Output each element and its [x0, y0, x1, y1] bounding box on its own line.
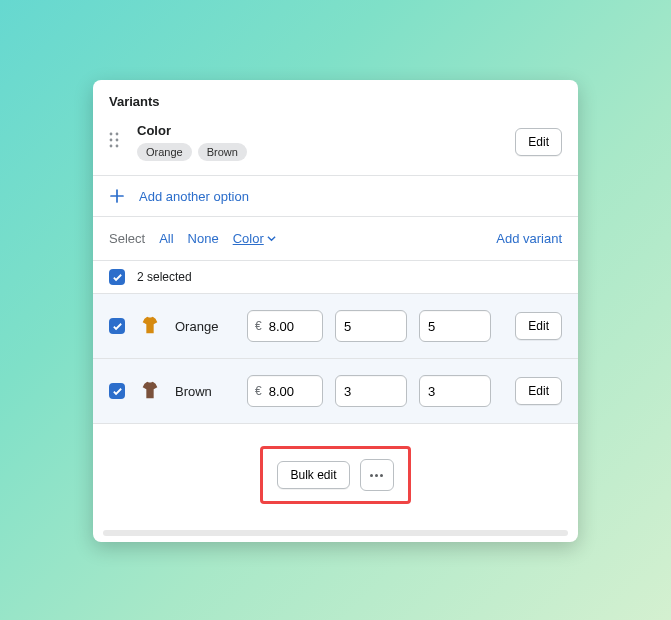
chevron-down-icon: [267, 234, 276, 243]
variant-row: Brown € Edit: [93, 358, 578, 423]
option-body: Color Orange Brown: [137, 123, 515, 161]
bulk-action-area: Bulk edit: [93, 423, 578, 528]
price-input-group: €: [247, 310, 323, 342]
horizontal-scrollbar[interactable]: [103, 530, 568, 536]
svg-point-2: [110, 139, 113, 142]
filter-none[interactable]: None: [188, 231, 219, 246]
variant-name: Orange: [175, 319, 235, 334]
filter-select-label: Select: [109, 231, 145, 246]
chip: Orange: [137, 143, 192, 161]
drag-handle-icon[interactable]: [109, 132, 127, 152]
filter-group-dropdown[interactable]: Color: [233, 231, 276, 246]
variant-row: Orange € Edit: [93, 293, 578, 358]
variant-swatch: [137, 313, 163, 339]
quantity-input-2[interactable]: [419, 375, 491, 407]
plus-icon: [109, 188, 125, 204]
variant-name: Brown: [175, 384, 235, 399]
tshirt-icon: [139, 380, 161, 402]
edit-option-button[interactable]: Edit: [515, 128, 562, 156]
callout-highlight: Bulk edit: [260, 446, 410, 504]
svg-point-1: [116, 133, 119, 136]
panel-title: Variants: [93, 80, 578, 119]
quantity-input-2[interactable]: [419, 310, 491, 342]
add-variant-link[interactable]: Add variant: [496, 231, 562, 246]
filter-row: Select All None Color Add variant: [93, 217, 578, 260]
add-option-label: Add another option: [139, 189, 249, 204]
price-input-group: €: [247, 375, 323, 407]
select-all-row: 2 selected: [93, 260, 578, 293]
svg-point-5: [116, 145, 119, 148]
filter-group-label: Color: [233, 231, 264, 246]
selected-count: 2 selected: [137, 270, 192, 284]
variant-swatch: [137, 378, 163, 404]
ellipsis-icon: [370, 474, 383, 477]
bulk-edit-button[interactable]: Bulk edit: [277, 461, 349, 489]
edit-variant-button[interactable]: Edit: [515, 312, 562, 340]
option-values: Orange Brown: [137, 143, 515, 161]
option-row: Color Orange Brown Edit: [93, 119, 578, 176]
variant-checkbox[interactable]: [109, 383, 125, 399]
variant-checkbox[interactable]: [109, 318, 125, 334]
quantity-input-1[interactable]: [335, 375, 407, 407]
tshirt-icon: [139, 315, 161, 337]
svg-point-4: [110, 145, 113, 148]
more-actions-button[interactable]: [360, 459, 394, 491]
variants-panel: Variants Color Orange Brown Edit Add ano…: [93, 80, 578, 542]
price-input[interactable]: [269, 384, 315, 399]
option-name: Color: [137, 123, 515, 138]
chip: Brown: [198, 143, 247, 161]
filter-all[interactable]: All: [159, 231, 173, 246]
currency-symbol: €: [248, 384, 269, 398]
select-all-checkbox[interactable]: [109, 269, 125, 285]
price-input[interactable]: [269, 319, 315, 334]
svg-point-3: [116, 139, 119, 142]
edit-variant-button[interactable]: Edit: [515, 377, 562, 405]
quantity-input-1[interactable]: [335, 310, 407, 342]
add-option-row[interactable]: Add another option: [93, 176, 578, 217]
svg-point-0: [110, 133, 113, 136]
currency-symbol: €: [248, 319, 269, 333]
